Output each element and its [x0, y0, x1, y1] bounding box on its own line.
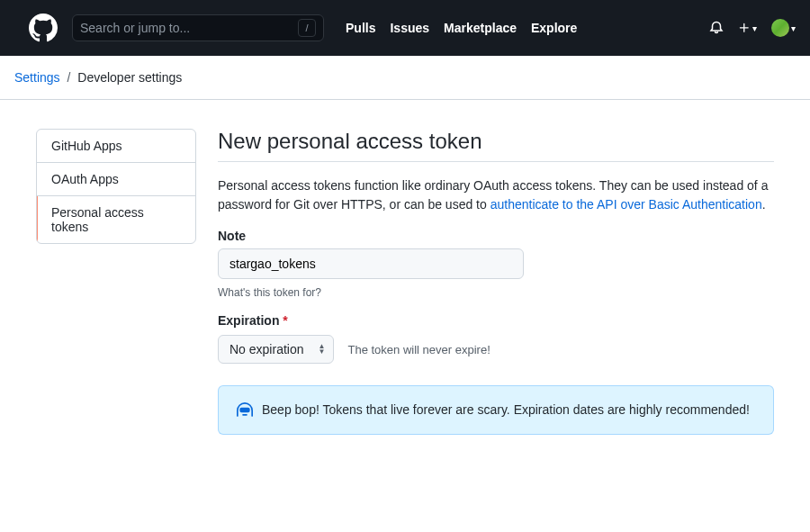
- notifications-icon[interactable]: [709, 21, 724, 35]
- sidebar-item-label: Personal access tokens: [51, 205, 144, 234]
- breadcrumb-current: Developer settings: [77, 70, 182, 85]
- sidebar-item-github-apps[interactable]: GitHub Apps: [37, 130, 195, 163]
- caret-down-icon: ▾: [791, 23, 796, 33]
- expiration-label-text: Expiration: [218, 313, 279, 328]
- flash-warning: Beep bop! Tokens that live forever are s…: [218, 385, 774, 435]
- user-menu[interactable]: ▾: [771, 19, 796, 37]
- sidebar-item-personal-access-tokens[interactable]: Personal access tokens: [37, 196, 195, 243]
- expiration-row: No expiration ▲▼ The token will never ex…: [218, 335, 774, 364]
- page-container: GitHub Apps OAuth Apps Personal access t…: [0, 100, 810, 464]
- caret-down-icon: ▾: [752, 23, 757, 33]
- sidebar-menu: GitHub Apps OAuth Apps Personal access t…: [36, 129, 196, 244]
- sidebar-item-oauth-apps[interactable]: OAuth Apps: [37, 163, 195, 196]
- expiration-select[interactable]: No expiration ▲▼: [218, 335, 334, 364]
- description-text-post: .: [762, 197, 766, 212]
- note-input[interactable]: [218, 248, 524, 279]
- expiration-hint: The token will never expire!: [348, 343, 490, 356]
- nav-issues[interactable]: Issues: [390, 21, 429, 35]
- nav-marketplace[interactable]: Marketplace: [444, 21, 517, 35]
- page-description: Personal access tokens function like ord…: [218, 176, 774, 214]
- nav-pulls[interactable]: Pulls: [346, 21, 375, 35]
- global-header: Search or jump to... / Pulls Issues Mark…: [0, 0, 810, 56]
- slash-key-icon: /: [298, 19, 316, 37]
- flash-text: Beep bop! Tokens that live forever are s…: [262, 401, 750, 419]
- select-arrows-icon: ▲▼: [319, 344, 326, 355]
- sidebar: GitHub Apps OAuth Apps Personal access t…: [36, 129, 196, 435]
- github-logo-icon[interactable]: [29, 14, 58, 42]
- create-new-button[interactable]: ▾: [738, 22, 757, 34]
- expiration-selected-value: No expiration: [230, 342, 304, 356]
- note-help-text: What's this token for?: [218, 286, 774, 299]
- nav-links: Pulls Issues Marketplace Explore: [346, 21, 577, 35]
- sidebar-item-label: OAuth Apps: [51, 172, 119, 186]
- main-content: New personal access token Personal acces…: [218, 129, 774, 435]
- breadcrumb-settings-link[interactable]: Settings: [14, 70, 60, 85]
- search-input[interactable]: Search or jump to... /: [72, 14, 324, 41]
- nav-explore[interactable]: Explore: [531, 21, 577, 35]
- breadcrumb: Settings / Developer settings: [0, 56, 810, 100]
- page-title: New personal access token: [218, 129, 774, 162]
- note-label: Note: [218, 229, 774, 243]
- avatar: [771, 19, 789, 37]
- hubot-icon: [237, 402, 253, 419]
- header-actions: ▾ ▾: [709, 19, 796, 37]
- search-placeholder: Search or jump to...: [80, 21, 298, 35]
- expiration-label: Expiration *: [218, 313, 774, 328]
- required-indicator: *: [283, 313, 287, 328]
- description-link[interactable]: authenticate to the API over Basic Authe…: [490, 197, 762, 212]
- sidebar-item-label: GitHub Apps: [51, 139, 122, 153]
- breadcrumb-separator: /: [67, 70, 70, 85]
